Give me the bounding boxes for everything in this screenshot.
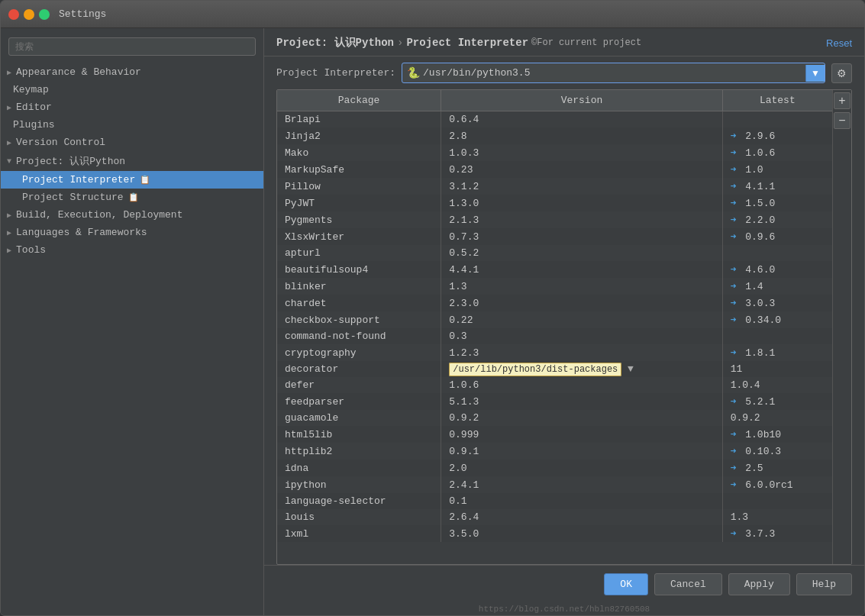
update-arrow-icon: ➜ bbox=[731, 231, 743, 243]
close-button[interactable] bbox=[8, 9, 19, 20]
table-row[interactable]: language-selector0.1 bbox=[277, 493, 832, 509]
pkg-latest: 11 bbox=[722, 361, 832, 377]
update-arrow-icon: ➜ bbox=[731, 463, 743, 474]
table-row[interactable]: beautifulsoup44.4.1➜ 4.6.0 bbox=[277, 261, 832, 278]
arrow-icon: ▶ bbox=[7, 103, 11, 112]
maximize-button[interactable] bbox=[39, 9, 50, 20]
update-arrow-icon: ➜ bbox=[731, 396, 743, 408]
table-row[interactable]: decorator/usr/lib/python3/dist-packages … bbox=[277, 361, 832, 377]
pkg-name: ipython bbox=[277, 476, 441, 493]
breadcrumb-page: Project Interpreter bbox=[406, 37, 528, 49]
table-row[interactable]: PyJWT1.3.0➜ 1.5.0 bbox=[277, 195, 832, 211]
pkg-version: 0.3 bbox=[441, 328, 722, 344]
sidebar-item-keymap[interactable]: Keymap bbox=[1, 81, 263, 98]
table-row[interactable]: Pillow3.1.2➜ 4.1.1 bbox=[277, 178, 832, 195]
table-row[interactable]: Pygments2.1.3➜ 2.2.0 bbox=[277, 211, 832, 228]
packages-table: Package Version Latest Brlapi0.6.4Jinja2… bbox=[277, 90, 832, 542]
sidebar-item-tools[interactable]: ▶ Tools bbox=[1, 241, 263, 259]
table-row[interactable]: checkbox-support0.22➜ 0.34.0 bbox=[277, 311, 832, 328]
sidebar-item-version-control[interactable]: ▶ Version Control bbox=[1, 134, 263, 151]
update-arrow-icon: ➜ bbox=[731, 298, 743, 309]
table-header: Package Version Latest bbox=[277, 90, 832, 111]
help-button[interactable]: Help bbox=[796, 573, 852, 595]
pkg-version: 1.2.3 bbox=[441, 344, 722, 361]
search-input[interactable] bbox=[8, 37, 256, 56]
table-row[interactable]: command-not-found0.3 bbox=[277, 328, 832, 344]
table-row[interactable]: Brlapi0.6.4 bbox=[277, 111, 832, 128]
table-row[interactable]: feedparser5.1.3➜ 5.2.1 bbox=[277, 393, 832, 410]
table-row[interactable]: httplib20.9.1➜ 0.10.3 bbox=[277, 443, 832, 460]
table-row[interactable]: defer1.0.61.0.4 bbox=[277, 377, 832, 393]
table-row[interactable]: Jinja22.8➜ 2.9.6 bbox=[277, 127, 832, 144]
table-row[interactable]: cryptography1.2.3➜ 1.8.1 bbox=[277, 344, 832, 361]
pkg-name: MarkupSafe bbox=[277, 161, 441, 178]
traffic-lights bbox=[8, 9, 50, 20]
col-package: Package bbox=[277, 90, 441, 111]
packages-area: Package Version Latest Brlapi0.6.4Jinja2… bbox=[264, 89, 864, 565]
interpreter-settings-button[interactable]: ⚙ bbox=[831, 63, 852, 83]
pkg-version: /usr/lib/python3/dist-packages ▼ bbox=[441, 361, 722, 377]
apply-button[interactable]: Apply bbox=[728, 573, 790, 595]
pkg-latest: ➜ 2.5 bbox=[722, 460, 832, 476]
pkg-version: 0.6.4 bbox=[441, 111, 722, 128]
sidebar-item-project[interactable]: ▼ Project: 认识Python bbox=[1, 151, 263, 171]
table-row[interactable]: MarkupSafe0.23➜ 1.0 bbox=[277, 161, 832, 178]
pkg-version: 1.3 bbox=[441, 278, 722, 295]
arrow-icon: ▶ bbox=[7, 138, 11, 147]
sidebar-item-build-execution[interactable]: ▶ Build, Execution, Deployment bbox=[1, 206, 263, 224]
sidebar-item-label: Version Control bbox=[16, 137, 105, 148]
sidebar-item-project-interpreter[interactable]: Project Interpreter 📋 bbox=[1, 171, 263, 189]
pkg-version: 2.6.4 bbox=[441, 509, 722, 525]
pkg-version: 2.4.1 bbox=[441, 476, 722, 493]
add-package-button[interactable]: + bbox=[834, 92, 850, 109]
table-row[interactable]: html5lib0.999➜ 1.0b10 bbox=[277, 426, 832, 443]
table-row[interactable]: XlsxWriter0.7.3➜ 0.9.6 bbox=[277, 228, 832, 245]
pkg-name: feedparser bbox=[277, 393, 441, 410]
table-row[interactable]: guacamole0.9.20.9.2 bbox=[277, 410, 832, 426]
interpreter-dropdown-button[interactable]: ▼ bbox=[805, 65, 825, 82]
sidebar-item-project-structure[interactable]: Project Structure 📋 bbox=[1, 189, 263, 206]
reset-button[interactable]: Reset bbox=[826, 37, 852, 49]
col-version: Version bbox=[441, 90, 722, 111]
pkg-latest: ➜ 1.0.6 bbox=[722, 144, 832, 161]
table-row[interactable]: apturl0.5.2 bbox=[277, 245, 832, 261]
table-row[interactable]: Mako1.0.3➜ 1.0.6 bbox=[277, 144, 832, 161]
minimize-button[interactable] bbox=[24, 9, 34, 20]
pkg-version: 0.5.2 bbox=[441, 245, 722, 261]
pkg-name: chardet bbox=[277, 295, 441, 311]
breadcrumb-project: Project: 认识Python bbox=[276, 36, 394, 50]
sidebar-item-editor[interactable]: ▶ Editor bbox=[1, 98, 263, 116]
table-row[interactable]: louis2.6.41.3 bbox=[277, 509, 832, 525]
search-box[interactable] bbox=[8, 37, 256, 56]
pkg-version: 0.23 bbox=[441, 161, 722, 178]
pkg-version: 0.7.3 bbox=[441, 228, 722, 245]
table-scroll[interactable]: Package Version Latest Brlapi0.6.4Jinja2… bbox=[277, 90, 832, 564]
interpreter-input-inner: 🐍 /usr/bin/python3.5 bbox=[402, 63, 805, 82]
sidebar-item-label: Editor bbox=[16, 102, 52, 113]
table-row[interactable]: blinker1.3➜ 1.4 bbox=[277, 278, 832, 295]
sidebar-item-badge: 📋 bbox=[140, 175, 150, 185]
pkg-version: 0.9.1 bbox=[441, 443, 722, 460]
update-arrow-icon: ➜ bbox=[731, 347, 743, 359]
pkg-name: louis bbox=[277, 509, 441, 525]
cancel-button[interactable]: Cancel bbox=[654, 573, 722, 595]
table-row[interactable]: ipython2.4.1➜ 6.0.0rc1 bbox=[277, 476, 832, 493]
update-arrow-icon: ➜ bbox=[731, 314, 743, 326]
titlebar: Settings bbox=[1, 1, 864, 28]
pkg-name: lxml bbox=[277, 525, 441, 542]
sidebar-item-label: Languages & Frameworks bbox=[16, 227, 147, 238]
pkg-latest: ➜ 2.2.0 bbox=[722, 211, 832, 228]
sidebar-item-label: Project: 认识Python bbox=[16, 154, 125, 168]
ok-button[interactable]: OK bbox=[604, 573, 648, 595]
remove-package-button[interactable]: − bbox=[834, 112, 850, 129]
sidebar-item-plugins[interactable]: Plugins bbox=[1, 116, 263, 134]
sidebar-item-appearance[interactable]: ▶ Appearance & Behavior bbox=[1, 63, 263, 81]
table-row[interactable]: chardet2.3.0➜ 3.0.3 bbox=[277, 295, 832, 311]
table-row[interactable]: idna2.0➜ 2.5 bbox=[277, 460, 832, 476]
pkg-name: cryptography bbox=[277, 344, 441, 361]
pkg-latest: 1.0.4 bbox=[722, 377, 832, 393]
sidebar-item-languages[interactable]: ▶ Languages & Frameworks bbox=[1, 224, 263, 241]
table-row[interactable]: lxml3.5.0➜ 3.7.3 bbox=[277, 525, 832, 542]
pkg-name: Pillow bbox=[277, 178, 441, 195]
python-icon: 🐍 bbox=[407, 66, 420, 79]
